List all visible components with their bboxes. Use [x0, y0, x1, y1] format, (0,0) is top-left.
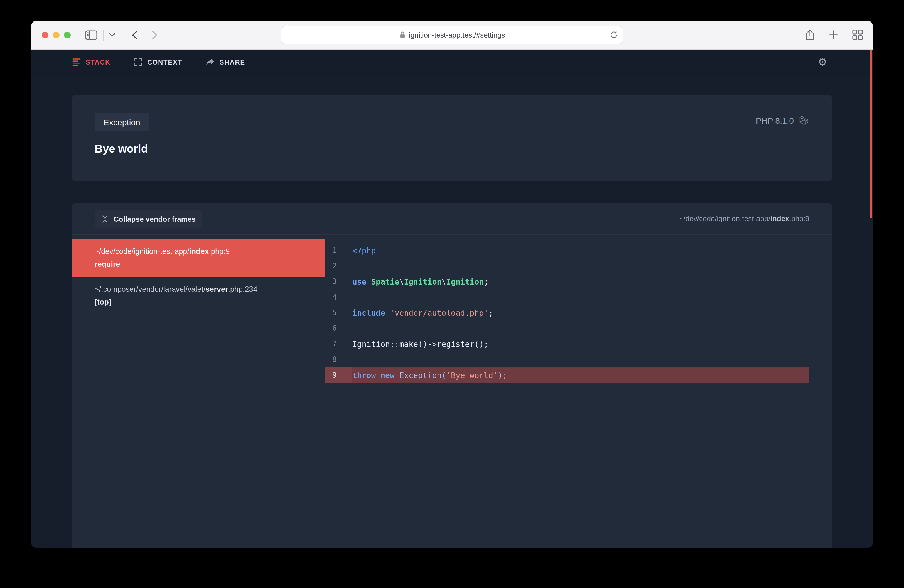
code-line: 6 [325, 321, 809, 336]
exception-message: Bye world [95, 142, 809, 155]
exception-class-badge: Exception [95, 113, 149, 131]
code-line: 8 [325, 352, 809, 368]
code-line: 5include 'vendor/autoload.php'; [325, 305, 809, 321]
tab-stack[interactable]: STACK [73, 58, 111, 66]
error-card: Exception Bye world PHP 8.1.0 [73, 95, 831, 181]
code-line: 3use Spatie\Ignition\Ignition; [325, 274, 809, 289]
line-number: 4 [325, 289, 352, 305]
line-number: 2 [325, 258, 352, 274]
tab-stack-label: STACK [86, 58, 111, 66]
scrollbar-thumb[interactable] [870, 49, 872, 218]
stack-frame[interactable]: ~/.composer/vendor/laravel/valet/server.… [73, 277, 324, 315]
code-panel: ~/dev/code/ignition-test-app/index.php:9… [325, 203, 831, 548]
sidebar-toggle-icon[interactable] [85, 30, 97, 40]
content: Exception Bye world PHP 8.1.0 [31, 95, 873, 548]
tab-context-label: CONTEXT [147, 58, 182, 66]
chevron-down-icon[interactable] [109, 33, 115, 37]
settings-gear-icon[interactable]: ⚙ [818, 57, 827, 67]
url-text: ignition-test-app.test/#settings [409, 31, 505, 39]
code-header-path: ~/dev/code/ignition-test-app/index.php:9 [325, 203, 831, 235]
code-line-highlighted: 9throw new Exception('Bye world'); [325, 368, 809, 383]
minimize-button[interactable] [53, 32, 60, 38]
frame-path: ~/.composer/vendor/laravel/valet/server.… [95, 284, 313, 296]
reload-icon[interactable] [610, 31, 618, 39]
line-number: 5 [325, 305, 352, 321]
tab-overview-icon[interactable] [852, 30, 863, 40]
code-line: 7Ignition::make()->register(); [325, 336, 809, 352]
tab-context[interactable]: CONTEXT [134, 58, 182, 66]
url-bar[interactable]: ignition-test-app.test/#settings [281, 25, 623, 44]
code-line: 2 [325, 258, 809, 274]
stack-icon [73, 58, 81, 66]
code-editor: 1<?php23use Spatie\Ignition\Ignition;45i… [325, 235, 831, 383]
frames-header: Collapse vendor frames [73, 203, 324, 235]
frame-path: ~/dev/code/ignition-test-app/index.php:9 [95, 246, 313, 258]
browser-window: ignition-test-app.test/#settings [31, 21, 873, 548]
screenshot-stage: ignition-test-app.test/#settings [0, 0, 904, 588]
code-header-prefix: ~/dev/code/ignition-test-app/ [679, 214, 770, 223]
ignition-navbar: STACK CONTEXT [31, 49, 873, 75]
line-number: 9 [325, 368, 352, 383]
tab-share-label: SHARE [220, 58, 245, 66]
code-header-file: index [770, 214, 789, 223]
browser-chrome: ignition-test-app.test/#settings [31, 21, 873, 49]
window-controls [42, 32, 71, 38]
line-number: 8 [325, 352, 352, 368]
share-arrow-icon [206, 58, 215, 66]
back-button-icon[interactable] [132, 30, 137, 39]
divider [103, 29, 104, 40]
new-tab-icon[interactable] [829, 30, 838, 40]
context-icon [134, 58, 142, 66]
line-content: use Spatie\Ignition\Ignition; [352, 274, 488, 289]
line-number: 3 [325, 274, 352, 289]
code-line: 4 [325, 289, 809, 305]
collapse-button-label: Collapse vendor frames [114, 215, 196, 223]
page: STACK CONTEXT [31, 49, 873, 548]
zoom-button[interactable] [64, 32, 71, 38]
line-content: <?php [352, 243, 376, 258]
line-content: Ignition::make()->register(); [352, 336, 488, 352]
collapse-vendor-frames-button[interactable]: Collapse vendor frames [95, 210, 202, 228]
frame-method: [top] [95, 297, 313, 308]
frames-panel: Collapse vendor frames ~/dev/code/igniti… [73, 203, 325, 548]
frames-list: ~/dev/code/ignition-test-app/index.php:9… [73, 235, 324, 315]
code-line: 1<?php [325, 243, 809, 258]
collapse-icon [101, 215, 109, 223]
frame-method: require [95, 259, 313, 270]
stack-frame[interactable]: ~/dev/code/ignition-test-app/index.php:9… [73, 239, 324, 277]
lock-icon [399, 31, 406, 39]
share-icon[interactable] [805, 29, 815, 41]
line-number: 7 [325, 336, 352, 352]
line-number: 1 [325, 243, 352, 258]
tab-share[interactable]: SHARE [206, 58, 245, 66]
stack-trace-card: Collapse vendor frames ~/dev/code/igniti… [73, 203, 831, 548]
line-content: throw new Exception('Bye world'); [352, 368, 507, 383]
code-header-suffix: .php:9 [789, 214, 809, 223]
laravel-icon [799, 115, 809, 126]
close-button[interactable] [42, 32, 49, 38]
line-number: 6 [325, 321, 352, 336]
php-version: PHP 8.1.0 [756, 116, 794, 125]
forward-button-icon[interactable] [152, 30, 158, 39]
line-content: include 'vendor/autoload.php'; [352, 305, 493, 321]
